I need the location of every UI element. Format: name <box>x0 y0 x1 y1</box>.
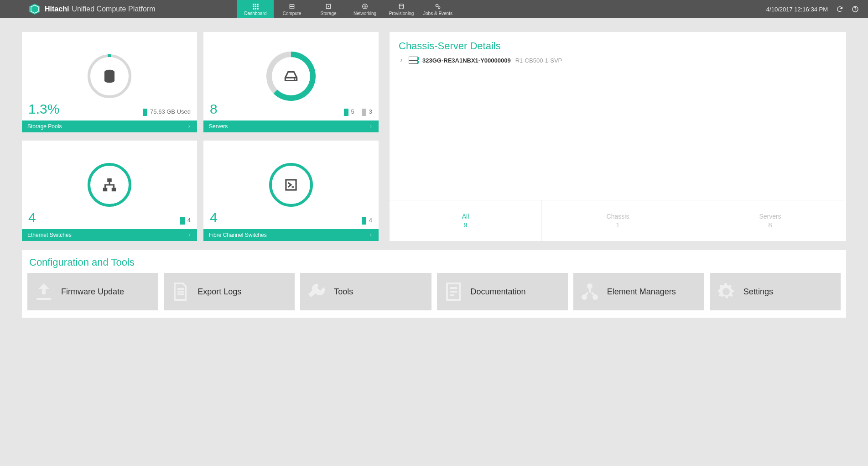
chassis-server-details: Chassis-Server Details 323GG-RE3A1NBX1-Y… <box>390 32 846 241</box>
tool-element-managers[interactable]: Element Managers <box>573 273 704 310</box>
fc-ring-icon <box>269 163 313 207</box>
svg-point-14 <box>438 6 440 8</box>
svg-rect-6 <box>253 8 254 9</box>
brand-bold: Hitachi <box>45 5 69 13</box>
card-ethernet-link[interactable]: Ethernet Switches <box>22 229 197 241</box>
tool-label: Export Logs <box>198 287 241 297</box>
tool-settings[interactable]: Settings <box>710 273 841 310</box>
eth-count: 4 <box>28 210 36 225</box>
servers-ring-icon <box>269 54 313 98</box>
card-storage-link[interactable]: Storage Pools <box>22 120 197 132</box>
card-title: Fibre Channel Switches <box>209 232 267 238</box>
svg-rect-18 <box>107 178 112 182</box>
svg-point-10 <box>328 5 329 7</box>
tool-export-logs[interactable]: Export Logs <box>164 273 295 310</box>
nav-label: Provisioning <box>389 11 414 16</box>
chassis-row[interactable]: 323GG-RE3A1NBX1-Y00000009 R1-CB500-1-SVP <box>390 55 846 66</box>
tool-label: Tools <box>334 287 353 297</box>
nodes-icon <box>579 281 601 303</box>
nav-provisioning[interactable]: Provisioning <box>383 0 420 18</box>
chevron-right-icon[interactable] <box>399 58 404 63</box>
tool-tools[interactable]: Tools <box>300 273 431 310</box>
tools-title: Configuration and Tools <box>27 257 841 273</box>
brand-icon <box>29 4 40 15</box>
tab-count: 8 <box>768 221 772 229</box>
svg-point-12 <box>399 4 403 5</box>
svg-rect-4 <box>255 5 256 7</box>
chevron-right-icon <box>369 124 373 129</box>
tab-label: Servers <box>759 213 781 220</box>
storage-icon <box>325 3 332 10</box>
svg-rect-1 <box>255 4 256 5</box>
chassis-sub: R1-CB500-1-SVP <box>515 57 562 64</box>
svg-rect-8 <box>257 8 258 9</box>
fc-count: 4 <box>210 210 218 225</box>
nav-storage[interactable]: Storage <box>310 0 347 18</box>
tool-documentation[interactable]: Documentation <box>437 273 568 310</box>
refresh-icon[interactable] <box>836 5 843 13</box>
nav-label: Networking <box>353 11 376 16</box>
chassis-tab-chassis[interactable]: Chassis 1 <box>541 200 694 241</box>
globe-icon <box>361 3 369 10</box>
brand-rest: Unified Compute Platform <box>72 5 155 13</box>
ethernet-ring-icon <box>88 163 131 207</box>
summary-cards: 1.3% 75.63 GB Used Storage Pools <box>22 32 379 241</box>
gear-icon <box>715 281 737 303</box>
header-datetime: 4/10/2017 12:16:34 PM <box>766 6 828 13</box>
app-header: Hitachi Unified Compute Platform Dashboa… <box>0 0 868 18</box>
card-title: Ethernet Switches <box>27 232 72 238</box>
tab-label: All <box>462 213 469 220</box>
nav-label: Storage <box>320 11 336 16</box>
tab-count: 9 <box>463 221 467 229</box>
chassis-title: Chassis-Server Details <box>390 32 846 55</box>
card-servers-link[interactable]: Servers <box>203 120 379 132</box>
nav-jobs-events[interactable]: Jobs & Events <box>420 0 456 18</box>
nav-dashboard[interactable]: Dashboard <box>237 0 274 18</box>
svg-rect-20 <box>112 188 116 191</box>
chassis-id: 323GG-RE3A1NBX1-Y00000009 <box>422 57 511 64</box>
svg-rect-2 <box>257 4 258 5</box>
nav-label: Compute <box>283 11 301 16</box>
fc-ok: 4 <box>369 217 372 224</box>
tool-label: Firmware Update <box>61 287 124 297</box>
doc-lines-icon <box>442 281 464 303</box>
tool-firmware-update[interactable]: Firmware Update <box>27 273 158 310</box>
card-storage-pools: 1.3% 75.63 GB Used Storage Pools <box>22 32 197 132</box>
document-icon <box>169 281 191 303</box>
card-fc-link[interactable]: Fibre Channel Switches <box>203 229 379 241</box>
chassis-tabs: All 9 Chassis 1 Servers 8 <box>390 200 846 241</box>
wrench-icon <box>306 281 327 303</box>
svg-point-13 <box>436 4 438 6</box>
brand: Hitachi Unified Compute Platform <box>0 0 156 18</box>
svg-rect-0 <box>253 4 254 5</box>
tool-label: Documentation <box>471 287 526 297</box>
upload-icon <box>33 281 55 303</box>
main-nav: Dashboard Compute Storage Networking Pro… <box>237 0 456 18</box>
chevron-right-icon <box>369 233 373 237</box>
help-icon[interactable] <box>852 5 859 13</box>
card-fc-switches: 4 4 Fibre Channel Switches <box>203 141 379 241</box>
nav-label: Dashboard <box>244 11 267 16</box>
nav-compute[interactable]: Compute <box>274 0 310 18</box>
servers-ok: 5 <box>351 108 354 115</box>
svg-point-17 <box>294 79 295 80</box>
stack-icon <box>398 3 405 10</box>
grid-icon <box>252 3 259 10</box>
servers-warn: 3 <box>369 108 372 115</box>
gears-icon <box>434 3 442 10</box>
nav-label: Jobs & Events <box>423 11 452 16</box>
tab-count: 1 <box>616 221 619 229</box>
chevron-right-icon <box>187 233 192 237</box>
server-icon <box>288 3 296 10</box>
card-title: Servers <box>209 123 228 130</box>
chassis-tab-all[interactable]: All 9 <box>390 200 541 241</box>
tab-label: Chassis <box>607 213 629 220</box>
chassis-icon <box>409 57 418 64</box>
configuration-and-tools: Configuration and Tools Firmware Update … <box>22 250 846 318</box>
nav-networking[interactable]: Networking <box>347 0 383 18</box>
chassis-tab-servers[interactable]: Servers 8 <box>694 200 846 241</box>
card-servers: 8 5 3 Servers <box>203 32 379 132</box>
storage-ring-icon <box>88 54 131 98</box>
chevron-right-icon <box>187 124 192 129</box>
card-ethernet-switches: 4 4 Ethernet Switches <box>22 141 197 241</box>
